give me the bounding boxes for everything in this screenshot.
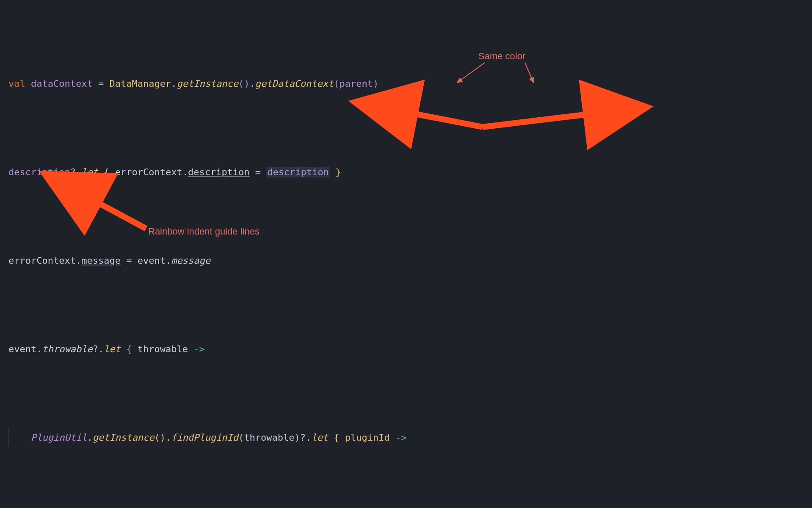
code-line: event.throwable?.let { throwable -> xyxy=(8,340,812,358)
property: throwable xyxy=(42,344,92,354)
brace-close: } xyxy=(335,167,341,177)
method-let: let xyxy=(81,167,98,177)
type: PluginUtil xyxy=(31,432,87,443)
identifier: dataContext xyxy=(31,78,93,89)
op-equals: = xyxy=(98,78,104,89)
code-editor[interactable]: val dataContext = DataManager.getInstanc… xyxy=(0,0,812,508)
property: message xyxy=(171,255,210,266)
identifier: errorContext xyxy=(8,255,76,266)
arrow-icon: -> xyxy=(193,344,205,354)
method: getInstance xyxy=(93,432,155,443)
identifier: throwable xyxy=(244,432,294,443)
identifier: errorContext xyxy=(115,167,182,177)
brace-open: { xyxy=(126,344,132,354)
paren-open: ( xyxy=(238,78,244,89)
code-line: PluginUtil.getInstance().findPluginId(th… xyxy=(8,429,812,447)
method-let: let xyxy=(104,344,121,354)
lambda-param: pluginId xyxy=(345,432,390,443)
property: message xyxy=(81,255,121,266)
paren-close: ) xyxy=(373,78,378,89)
code-line: val dataContext = DataManager.getInstanc… xyxy=(8,75,812,93)
method: getInstance xyxy=(177,78,238,89)
identifier: description xyxy=(267,167,329,177)
arrow-icon: -> xyxy=(395,432,407,443)
lambda-param: throwable xyxy=(138,344,188,354)
property: description xyxy=(188,167,250,177)
code-line: errorContext.message = event.message xyxy=(8,252,812,270)
identifier: description xyxy=(8,167,70,177)
paren-close: ) xyxy=(244,78,249,89)
method-let: let xyxy=(311,432,328,443)
paren-open: ( xyxy=(334,78,339,89)
brace-open: { xyxy=(334,432,339,443)
identifier: event xyxy=(138,255,166,266)
method: findPluginId xyxy=(171,432,238,443)
brace-open: { xyxy=(104,167,109,177)
code-line: description?.let { errorContext.descript… xyxy=(8,163,812,181)
method: getDataContext xyxy=(255,78,334,89)
identifier: event xyxy=(8,344,36,354)
identifier: parent xyxy=(340,78,373,89)
keyword-val: val xyxy=(8,78,25,89)
type: DataManager xyxy=(109,78,171,89)
